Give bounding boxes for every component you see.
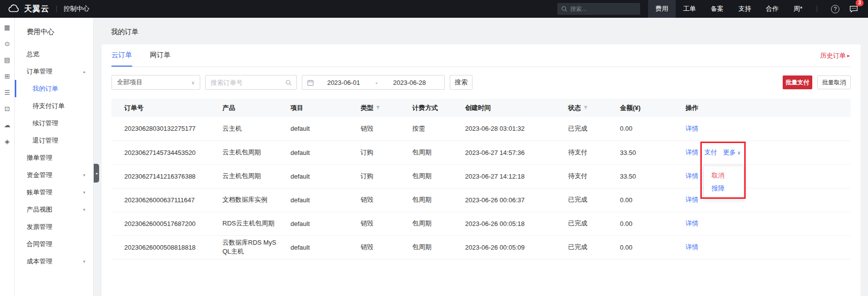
topbar: 天翼云 控制中心 费用工单备案支持合作周* ? 3 xyxy=(0,0,868,18)
notification-badge: 3 xyxy=(856,0,864,6)
filter-funnel-icon[interactable] xyxy=(583,105,588,111)
cloud-logo-icon xyxy=(8,4,21,13)
cloud-icon[interactable]: ☁ xyxy=(3,121,11,129)
action-detail-link[interactable]: 详情 xyxy=(686,220,698,227)
logo[interactable]: 天翼云 xyxy=(8,4,49,14)
cell-billing-mode: 包周期 xyxy=(402,235,455,259)
action-detail-link[interactable]: 详情 xyxy=(686,148,698,156)
logo-text: 天翼云 xyxy=(24,4,49,14)
topbar-nav-user[interactable]: 周* xyxy=(786,0,810,18)
cell-order-no: 20230628030132275177 xyxy=(111,117,213,141)
order-number-search[interactable] xyxy=(205,75,297,90)
action-detail-link[interactable]: 详情 xyxy=(686,196,698,203)
date-range-picker[interactable]: 2023-06-01 - 2023-06-28 xyxy=(302,75,445,90)
cell-actions: 详情 xyxy=(676,235,851,259)
cell-status: 已完成 xyxy=(558,212,610,235)
sidebar-item-cancel-mgmt[interactable]: 撤单管理 xyxy=(15,149,93,166)
sidebar-item-my-orders[interactable]: 我的订单 xyxy=(15,80,93,97)
batch-actions: 批量支付 批量取消 xyxy=(783,75,851,89)
date-from-value[interactable]: 2023-06-01 xyxy=(314,79,373,86)
sidebar-collapse-handle[interactable]: ◂ xyxy=(94,164,99,183)
topbar-nav-fee[interactable]: 费用 xyxy=(648,0,676,18)
col-header-label: 类型 xyxy=(361,104,373,111)
messages-button[interactable]: 3 xyxy=(849,5,858,13)
search-input[interactable] xyxy=(570,5,636,12)
sidebar-menu: 总览订单管理▴我的订单待支付订单续订管理退订管理撤单管理资金管理▾账单管理▾产品… xyxy=(15,45,93,270)
sidebar-item-contract-mgmt[interactable]: 合同管理 xyxy=(15,235,93,253)
tab-net-orders[interactable]: 网订单 xyxy=(150,44,171,67)
cell-order-no: 20230627141216376388 xyxy=(111,164,213,188)
sidebar-item-cost-mgmt[interactable]: 成本管理▾ xyxy=(15,253,93,270)
sidebar-item-funds-mgmt[interactable]: 资金管理▾ xyxy=(15,166,93,184)
console-center-link[interactable]: 控制中心 xyxy=(64,4,89,13)
sidebar-item-bill-mgmt[interactable]: 账单管理▾ xyxy=(15,184,93,201)
more-menu-report-fault[interactable]: 报障 xyxy=(704,182,743,195)
action-pay-link[interactable]: 支付 xyxy=(704,148,717,156)
sidebar-item-invoice-mgmt[interactable]: 发票管理 xyxy=(15,218,93,235)
sidebar: 费用中心 总览订单管理▴我的订单待支付订单续订管理退订管理撤单管理资金管理▾账单… xyxy=(15,18,94,296)
cell-actions: 详情支付更多 ∨ xyxy=(676,164,851,188)
sidebar-item-label: 发票管理 xyxy=(27,222,52,231)
sidebar-item-label: 账单管理 xyxy=(27,188,52,197)
cell-product: 云数据库RDS MySQL主机 xyxy=(213,235,281,259)
sidebar-item-order-mgmt[interactable]: 订单管理▴ xyxy=(15,63,93,80)
help-icon[interactable]: ? xyxy=(831,5,839,13)
topbar-nav-support[interactable]: 支持 xyxy=(731,0,759,18)
global-search[interactable] xyxy=(557,3,640,15)
col-header-label: 计费方式 xyxy=(412,104,438,111)
storage-icon[interactable]: ▤ xyxy=(3,56,11,64)
col-header-label: 项目 xyxy=(290,104,303,111)
monitor-icon[interactable]: ⊙ xyxy=(3,40,11,48)
message-bubble-icon xyxy=(849,5,858,13)
filter-funnel-icon[interactable] xyxy=(375,105,381,111)
cell-type: 销毁 xyxy=(351,117,402,141)
apps-grid-icon[interactable]: ▦ xyxy=(3,24,11,32)
search-button[interactable]: 搜索 xyxy=(450,75,472,90)
cell-status: 待支付 xyxy=(558,141,610,164)
server-list-icon[interactable]: ☰ xyxy=(3,89,11,97)
scan-icon[interactable]: ⊡ xyxy=(3,105,11,113)
topbar-nav-workorder[interactable]: 工单 xyxy=(676,0,703,18)
col-header-6: 状态 xyxy=(558,99,610,117)
sidebar-item-product-view[interactable]: 产品视图▾ xyxy=(15,201,93,218)
col-header-3: 类型 xyxy=(351,99,402,117)
sidebar-item-pending-orders[interactable]: 待支付订单 xyxy=(15,97,93,114)
sidebar-item-overview[interactable]: 总览 xyxy=(15,45,93,63)
sidebar-item-label: 产品视图 xyxy=(27,205,52,214)
tab-cloud-orders[interactable]: 云订单 xyxy=(111,44,132,67)
action-detail-link[interactable]: 详情 xyxy=(686,243,698,251)
action-detail-link[interactable]: 详情 xyxy=(686,125,698,132)
topbar-nav: 费用工单备案支持合作周* xyxy=(648,0,810,18)
more-menu-cancel[interactable]: 取消 xyxy=(704,169,743,182)
date-separator: - xyxy=(373,79,379,86)
sidebar-item-unsubscribe-mgmt[interactable]: 退订管理 xyxy=(15,132,93,149)
batch-pay-button[interactable]: 批量支付 xyxy=(783,75,812,89)
shield-icon[interactable]: ◈ xyxy=(3,138,11,146)
sidebar-item-label: 订单管理 xyxy=(27,67,52,76)
cell-product: 云主机 xyxy=(213,117,281,141)
history-orders-link[interactable]: 历史订单 ▸ xyxy=(820,51,850,60)
tabs-list: 云订单网订单 xyxy=(111,44,188,67)
date-to-value[interactable]: 2023-06-28 xyxy=(380,79,439,86)
cell-actions: 详情支付更多 ∨ xyxy=(676,141,851,164)
col-header-label: 订单号 xyxy=(124,104,144,111)
col-header-1: 产品 xyxy=(213,99,281,117)
sidebar-item-renewal-mgmt[interactable]: 续订管理 xyxy=(15,114,93,132)
cell-order-no: 20230627145734453520 xyxy=(111,141,213,164)
cell-created-time: 2023-06-26 00:05:18 xyxy=(455,212,558,235)
project-select[interactable]: 全部项目 ∨ xyxy=(111,75,200,90)
topbar-nav-beian[interactable]: 备案 xyxy=(703,0,731,18)
workflow-icon[interactable]: ⊞ xyxy=(3,73,11,80)
caret-up-icon: ▴ xyxy=(83,69,85,74)
sidebar-item-label: 总览 xyxy=(27,50,39,59)
batch-cancel-button[interactable]: 批量取消 xyxy=(817,75,851,89)
order-number-input[interactable] xyxy=(211,79,286,86)
table-row: 20230626000517687200RDS云主机包周期default销毁包周… xyxy=(111,212,851,235)
topbar-nav-cooperation[interactable]: 合作 xyxy=(759,0,786,18)
cell-billing-mode: 包周期 xyxy=(402,164,455,188)
table-row: 20230627145734453520云主机包周期default订购包周期20… xyxy=(111,141,851,164)
search-icon xyxy=(561,6,567,12)
action-more-link[interactable]: 更多 ∨ xyxy=(723,148,741,156)
cell-order-no: 20230626000517687200 xyxy=(111,212,213,235)
action-detail-link[interactable]: 详情 xyxy=(686,172,698,180)
